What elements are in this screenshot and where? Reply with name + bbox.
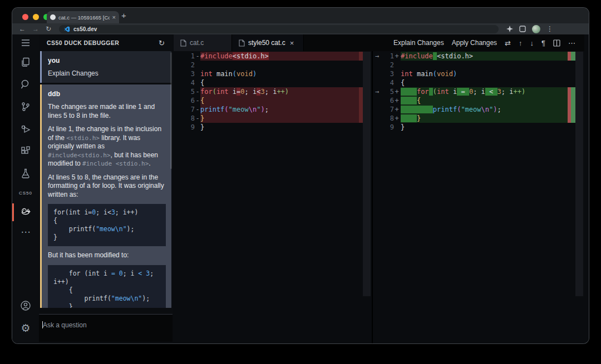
menu-kebab-icon[interactable]: ⋮ xyxy=(546,25,553,33)
editor-tabs: cat.c style50 cat.c × Explain Changes Ap… xyxy=(174,34,584,51)
inline-code: <stdio.h> xyxy=(66,134,100,142)
editor-group: cat.c style50 cat.c × Explain Changes Ap… xyxy=(174,34,584,343)
forward-icon[interactable]: → xyxy=(32,25,39,33)
panel-title: CS50 DUCK DEBUGGER xyxy=(47,39,159,46)
question-input[interactable]: Ask a question xyxy=(39,314,173,342)
diff-line: 4{ xyxy=(373,78,585,87)
ddb-message: ddb The changes are made at line 1 and l… xyxy=(40,84,171,308)
duck-debugger-panel: CS50 DUCK DEBUGGER ↻ you Explain Changes… xyxy=(39,34,173,343)
account-icon[interactable] xyxy=(12,295,39,317)
line-number: 8 xyxy=(174,114,195,123)
activity-bar: CS50 ⋯ ⚙ xyxy=(12,34,39,343)
new-tab-button[interactable]: + xyxy=(121,11,126,20)
diff-line: 5-for(int i=0; i<3; i++) xyxy=(174,87,372,96)
lab-icon[interactable] xyxy=(12,162,39,185)
browser-tabbar: cat.c — 10591665 [Codespac × + xyxy=(12,8,589,23)
browser-tab[interactable]: cat.c — 10591665 [Codespac × xyxy=(47,11,119,23)
line-number: 1 xyxy=(385,52,394,61)
close-window-icon[interactable] xyxy=(22,14,28,20)
diff-sign: - xyxy=(195,96,200,105)
profile-avatar[interactable] xyxy=(532,25,540,33)
swap-icon[interactable]: ⇄ xyxy=(505,39,511,47)
diff-line: 6+ { xyxy=(373,96,585,105)
more-actions-icon[interactable]: ⋯ xyxy=(568,39,575,47)
diff-line: 8-} xyxy=(174,114,372,123)
diff-line: 7-printf("meow\n"); xyxy=(174,105,372,114)
diff-line: 1-#include<stdio.h> xyxy=(174,52,372,61)
tab-cat-c[interactable]: cat.c xyxy=(174,34,232,51)
line-number: 4 xyxy=(385,78,394,87)
code-line: } xyxy=(53,233,160,242)
diff-line: 3int main(void) xyxy=(174,69,372,78)
line-number: 6 xyxy=(385,96,394,105)
line-number: 1 xyxy=(174,52,195,61)
panel-reload-icon[interactable]: ↻ xyxy=(159,39,165,47)
more-icon[interactable]: ⋯ xyxy=(12,223,39,240)
diff-sign: + xyxy=(394,52,400,61)
cs50-label[interactable]: CS50 xyxy=(12,185,39,201)
line-number: 9 xyxy=(385,123,394,132)
vscode-workbench: CS50 ⋯ ⚙ CS50 DUCK DEBUGGER ↻ you Exp xyxy=(12,34,589,343)
vscode-favicon xyxy=(64,26,70,32)
message-author: you xyxy=(48,57,166,64)
line-number: 3 xyxy=(174,69,195,78)
line-number: 5 xyxy=(174,87,195,96)
code-line: { xyxy=(53,286,160,295)
diff-line: →5+ for (int i = 0; i < 3; i++) xyxy=(373,87,585,96)
diff-sign: + xyxy=(394,105,400,114)
code-line: } xyxy=(53,303,160,308)
inline-code: #include <stdio.h> xyxy=(82,160,149,167)
settings-icon[interactable]: ⚙ xyxy=(12,317,39,339)
split-editor-icon[interactable] xyxy=(553,39,560,47)
whitespace-icon[interactable]: ¶ xyxy=(541,39,545,47)
minimize-window-icon[interactable] xyxy=(33,14,39,20)
close-tab-icon[interactable]: × xyxy=(112,14,116,21)
duck-debugger-icon[interactable] xyxy=(12,201,39,223)
browser-tab-title: cat.c — 10591665 [Codespac xyxy=(58,14,110,21)
explorer-icon[interactable] xyxy=(12,51,39,73)
menu-icon[interactable] xyxy=(12,34,39,51)
close-tab-icon[interactable]: × xyxy=(290,39,294,47)
change-arrow-icon[interactable]: → xyxy=(375,87,385,96)
line-number: 6 xyxy=(174,96,195,105)
input-placeholder: Ask a question xyxy=(43,321,87,329)
message-author: ddb xyxy=(48,90,166,98)
code-line: for(int i=0; i<3; i++) xyxy=(53,208,160,217)
apply-changes-button[interactable]: Apply Changes xyxy=(452,39,497,47)
github-favicon xyxy=(50,14,56,20)
tab-search-icon[interactable] xyxy=(519,26,526,32)
diff-line: 9} xyxy=(174,123,372,132)
line-number: 5 xyxy=(385,87,394,96)
window-controls[interactable] xyxy=(22,14,50,20)
change-arrow-icon[interactable]: → xyxy=(375,52,385,61)
message-text: Explain Changes xyxy=(48,69,166,77)
diff-editor[interactable]: 1-#include<stdio.h>23int main(void)4{5-f… xyxy=(174,51,584,343)
run-debug-icon[interactable] xyxy=(12,118,39,140)
search-icon[interactable] xyxy=(12,73,39,96)
tab-label: style50 cat.c xyxy=(248,39,285,47)
explain-changes-button[interactable]: Explain Changes xyxy=(393,39,444,47)
next-change-icon[interactable]: ↓ xyxy=(530,39,534,47)
address-bar[interactable]: cs50.dev xyxy=(59,25,499,33)
diff-line: 2 xyxy=(174,61,372,69)
tab-style50-cat-c[interactable]: style50 cat.c × xyxy=(232,34,304,51)
previous-change-icon[interactable]: ↑ xyxy=(519,39,523,47)
browser-toolbar: ← → ↻ cs50.dev ⋮ xyxy=(12,23,589,34)
source-control-icon[interactable] xyxy=(12,96,39,118)
diff-line: 3int main(void) xyxy=(373,69,585,78)
line-number: 4 xyxy=(174,78,195,87)
diff-line: 6-{ xyxy=(174,96,372,105)
chat-scrollbar[interactable] xyxy=(170,52,172,169)
line-number: 9 xyxy=(174,123,195,132)
file-icon xyxy=(239,39,245,47)
back-icon[interactable]: ← xyxy=(19,25,26,33)
chat-messages: you Explain Changes ddb The changes are … xyxy=(39,51,173,314)
extensions-sparkle-icon[interactable] xyxy=(506,26,513,32)
code-line: printf("meow\n"); xyxy=(53,295,160,303)
diff-line: 7+ printf("meow\n"); xyxy=(373,105,585,114)
message-paragraph: At lines 5 to 8, the changes are in the … xyxy=(48,173,166,200)
reload-icon[interactable]: ↻ xyxy=(46,25,51,33)
message-paragraph: The changes are made at line 1 and lines… xyxy=(48,103,166,120)
diff-sign: + xyxy=(394,96,400,105)
extensions-icon[interactable] xyxy=(12,140,39,162)
